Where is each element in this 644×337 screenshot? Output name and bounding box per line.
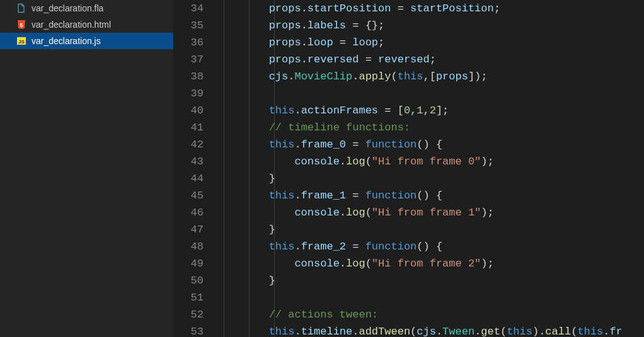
code-line[interactable]: props.labels = {}; <box>217 17 644 34</box>
js-file-icon: JS <box>16 36 26 46</box>
svg-text:JS: JS <box>18 39 25 45</box>
line-number: 34 <box>173 0 204 17</box>
code-line[interactable]: this.frame_2 = function() { <box>217 238 644 255</box>
file-item-js[interactable]: JSvar_declaration.js <box>0 33 173 49</box>
line-number: 45 <box>173 187 204 204</box>
svg-text:5: 5 <box>20 22 23 28</box>
code-line[interactable] <box>217 85 644 102</box>
code-line[interactable]: this.frame_0 = function() { <box>217 136 644 153</box>
code-line[interactable]: this.frame_1 = function() { <box>217 187 644 204</box>
code-line[interactable]: cjs.MovieClip.apply(this,[props]); <box>217 68 644 85</box>
code-line[interactable] <box>217 289 644 306</box>
explorer-sidebar[interactable]: var_declaration.fla5var_declaration.html… <box>0 0 173 337</box>
line-number: 35 <box>173 17 204 34</box>
line-number: 51 <box>173 289 204 306</box>
code-line[interactable]: props.startPosition = startPosition; <box>217 0 644 17</box>
fla-file-icon <box>16 3 26 13</box>
line-number: 41 <box>173 119 204 136</box>
line-number: 52 <box>173 306 204 323</box>
line-number: 43 <box>173 153 204 170</box>
code-line[interactable]: console.log("Hi from frame 1"); <box>217 204 644 221</box>
code-scroll[interactable]: props.startPosition = startPosition; pro… <box>217 0 644 337</box>
file-label: var_declaration.fla <box>32 3 103 13</box>
code-line[interactable]: console.log("Hi from frame 2"); <box>217 255 644 272</box>
code-line[interactable]: props.loop = loop; <box>217 34 644 51</box>
line-number: 47 <box>173 221 204 238</box>
line-number: 40 <box>173 102 204 119</box>
line-number: 36 <box>173 34 204 51</box>
html-file-icon: 5 <box>16 20 26 30</box>
code-content[interactable]: props.startPosition = startPosition; pro… <box>217 0 644 337</box>
line-number: 37 <box>173 51 204 68</box>
code-line[interactable]: this.timeline.addTween(cjs.Tween.get(thi… <box>217 323 644 337</box>
line-number: 44 <box>173 170 204 187</box>
line-number: 38 <box>173 68 204 85</box>
code-line[interactable]: props.reversed = reversed; <box>217 51 644 68</box>
code-line[interactable]: this.actionFrames = [0,1,2]; <box>217 102 644 119</box>
line-number: 49 <box>173 255 204 272</box>
line-number: 48 <box>173 238 204 255</box>
line-number: 42 <box>173 136 204 153</box>
line-number-gutter: 3435363738394041424344454647484950515253 <box>173 0 217 337</box>
file-label: var_declaration.html <box>32 20 111 30</box>
code-editor[interactable]: 3435363738394041424344454647484950515253… <box>173 0 644 337</box>
line-number: 46 <box>173 204 204 221</box>
line-number: 39 <box>173 85 204 102</box>
file-item-fla[interactable]: var_declaration.fla <box>0 0 173 16</box>
code-line[interactable]: } <box>217 221 644 238</box>
code-line[interactable]: } <box>217 170 644 187</box>
line-number: 53 <box>173 323 204 337</box>
code-line[interactable]: // timeline functions: <box>217 119 644 136</box>
code-line[interactable]: // actions tween: <box>217 306 644 323</box>
file-item-html[interactable]: 5var_declaration.html <box>0 16 173 33</box>
line-number: 50 <box>173 272 204 289</box>
code-line[interactable]: } <box>217 272 644 289</box>
file-label: var_declaration.js <box>32 36 101 46</box>
code-line[interactable]: console.log("Hi from frame 0"); <box>217 153 644 170</box>
app-root: var_declaration.fla5var_declaration.html… <box>0 0 644 337</box>
